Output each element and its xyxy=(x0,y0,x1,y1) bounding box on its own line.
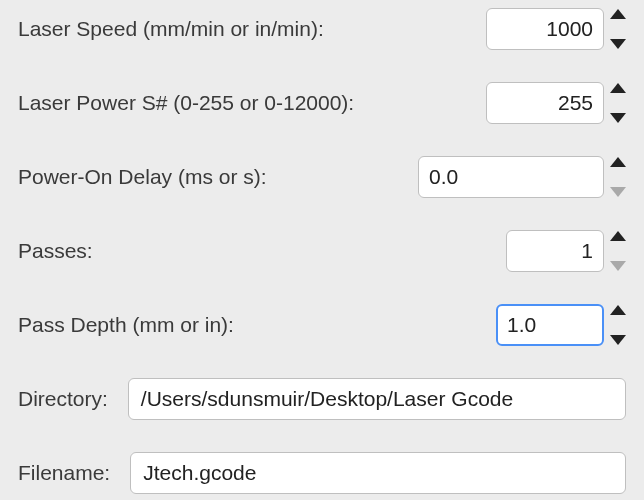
input-directory[interactable]: /Users/sdunsmuir/Desktop/Laser Gcode xyxy=(128,378,626,420)
stepper-pass-depth xyxy=(610,304,626,346)
label-passes: Passes: xyxy=(18,239,93,263)
spinbox-laser-power xyxy=(486,82,626,124)
spinbox-laser-speed xyxy=(486,8,626,50)
input-filename[interactable]: Jtech.gcode xyxy=(130,452,626,494)
spinbox-pass-depth xyxy=(496,304,626,346)
spin-down-icon[interactable] xyxy=(610,113,626,123)
spin-up-icon[interactable] xyxy=(610,231,626,241)
stepper-laser-speed xyxy=(610,8,626,50)
input-passes[interactable] xyxy=(506,230,604,272)
stepper-laser-power xyxy=(610,82,626,124)
spin-up-icon[interactable] xyxy=(610,83,626,93)
input-power-on-delay[interactable] xyxy=(418,156,604,198)
spin-down-icon[interactable] xyxy=(610,39,626,49)
row-power-on-delay: Power-On Delay (ms or s): xyxy=(18,156,626,198)
input-pass-depth[interactable] xyxy=(496,304,604,346)
spin-up-icon[interactable] xyxy=(610,305,626,315)
spin-up-icon[interactable] xyxy=(610,157,626,167)
row-directory: Directory: /Users/sdunsmuir/Desktop/Lase… xyxy=(18,378,626,420)
row-laser-power: Laser Power S# (0-255 or 0-12000): xyxy=(18,82,626,124)
label-directory: Directory: xyxy=(18,387,108,411)
spin-down-icon[interactable] xyxy=(610,261,626,271)
label-laser-power: Laser Power S# (0-255 or 0-12000): xyxy=(18,91,354,115)
input-laser-speed[interactable] xyxy=(486,8,604,50)
spinbox-power-on-delay xyxy=(418,156,626,198)
label-pass-depth: Pass Depth (mm or in): xyxy=(18,313,234,337)
label-filename: Filename: xyxy=(18,461,110,485)
input-laser-power[interactable] xyxy=(486,82,604,124)
stepper-power-on-delay xyxy=(610,156,626,198)
spin-up-icon[interactable] xyxy=(610,9,626,19)
spin-down-icon[interactable] xyxy=(610,335,626,345)
spinbox-passes xyxy=(506,230,626,272)
row-laser-speed: Laser Speed (mm/min or in/min): xyxy=(18,8,626,50)
label-laser-speed: Laser Speed (mm/min or in/min): xyxy=(18,17,324,41)
row-pass-depth: Pass Depth (mm or in): xyxy=(18,304,626,346)
row-passes: Passes: xyxy=(18,230,626,272)
spin-down-icon[interactable] xyxy=(610,187,626,197)
stepper-passes xyxy=(610,230,626,272)
label-power-on-delay: Power-On Delay (ms or s): xyxy=(18,165,267,189)
row-filename: Filename: Jtech.gcode xyxy=(18,452,626,494)
